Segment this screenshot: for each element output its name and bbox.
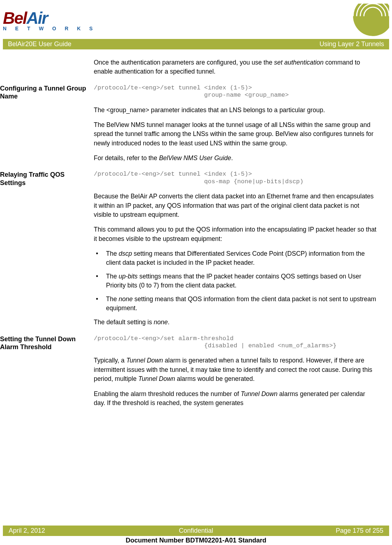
body-text: The <group_name> parameter indicates tha… [94, 106, 378, 115]
list-item: • The none setting means that QOS inform… [94, 295, 378, 313]
code-block: /protocol/te-<eng>/set tunnel <index (1-… [94, 84, 378, 99]
list-item: • The dscp setting means that Differenti… [94, 249, 378, 268]
body-text: Enabling the alarm threshold reduces the… [94, 390, 378, 408]
footer-page-number: Page 175 of 255 [336, 527, 383, 535]
footer-confidential: Confidential [3, 527, 389, 535]
brand-subtitle: N E T W O R K S [3, 26, 96, 31]
section-heading-qos: Relaying Traffic QOS Settings [0, 171, 94, 333]
body-text: Typically, a Tunnel Down alarm is genera… [94, 356, 378, 383]
section-title: Using Layer 2 Tunnels [320, 40, 384, 48]
footer-date: April 2, 2012 [9, 527, 45, 535]
brand-name-part2: Air [27, 9, 48, 27]
intro-paragraph: Once the authentication parameters are c… [94, 58, 378, 76]
code-block: /protocol/te-<eng>/set tunnel <index (1-… [94, 171, 378, 185]
brand-logo: BelAir N E T W O R K S [3, 8, 96, 31]
body-text: The default setting is none. [94, 318, 378, 327]
title-bar: BelAir20E User Guide Using Layer 2 Tunne… [3, 39, 389, 49]
section-heading-alarm: Setting the Tunnel Down Alarm Threshold [0, 335, 94, 414]
body-text: This command allows you to put the QOS i… [94, 225, 378, 243]
body-text: The BelView NMS tunnel manager looks at … [94, 120, 378, 148]
page-footer: April 2, 2012 Confidential Page 175 of 2… [0, 526, 392, 545]
section-heading-group-name: Configuring a Tunnel Group Name [0, 84, 94, 169]
body-text: Because the BelAir AP converts the clien… [94, 192, 378, 219]
list-item: • The up-bits settings means that the IP… [94, 272, 378, 290]
decorative-icon [346, 4, 389, 36]
header-logo-row: BelAir N E T W O R K S [0, 0, 392, 39]
footer-doc-number: Document Number BDTM02201-A01 Standard [0, 536, 392, 545]
code-block: /protocol/te-<eng>/set alarm-threshold {… [94, 335, 378, 350]
brand-name-part1: Bel [3, 9, 27, 27]
body-text: For details, refer to the BelView NMS Us… [94, 154, 378, 163]
doc-title: BelAir20E User Guide [8, 40, 71, 48]
